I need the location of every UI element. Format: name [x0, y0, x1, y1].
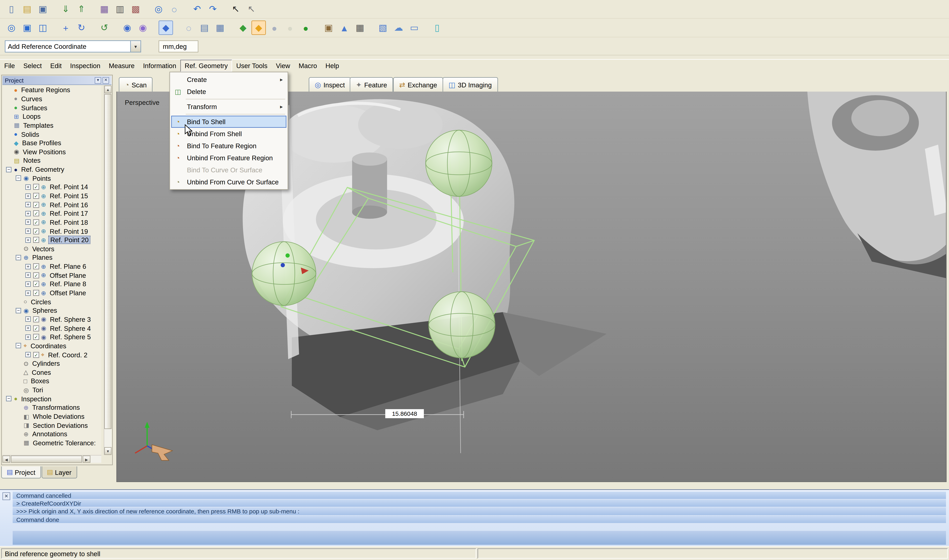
measure-tree-icon[interactable]: ▲ — [337, 20, 351, 35]
tree-item-boxes[interactable]: □Boxes — [2, 377, 101, 385]
render-globe-icon[interactable]: ◉ — [136, 20, 150, 35]
expand-plus-icon[interactable]: + — [25, 325, 31, 331]
visibility-checkbox[interactable]: ✓ — [33, 316, 39, 322]
expand-plus-icon[interactable]: + — [25, 237, 31, 243]
tree-item-notes[interactable]: ▤Notes — [2, 156, 101, 165]
tab-3d-imaging[interactable]: ◫3D Imaging — [442, 77, 498, 92]
menu-select[interactable]: Select — [19, 60, 46, 72]
menu-inspection[interactable]: Inspection — [66, 60, 105, 72]
menu-view[interactable]: View — [272, 60, 294, 72]
tree-item-view-positions[interactable]: ◉View Positions — [2, 147, 101, 156]
new-file-icon[interactable]: ▯ — [4, 2, 19, 16]
panel-menu-icon[interactable]: ▾ — [95, 77, 101, 83]
expand-plus-icon[interactable]: + — [25, 228, 31, 234]
tree-item-offset-plane[interactable]: +✓⊕Offset Plane — [2, 288, 101, 297]
tree-item-feature-regions[interactable]: ●Feature Regions — [2, 86, 101, 94]
tab-exchange[interactable]: ⇄Exchange — [393, 77, 443, 92]
project-panel-titlebar[interactable]: Project ▾✕ — [2, 76, 111, 85]
tree-item-transformations[interactable]: ⊕Transformations — [2, 403, 101, 412]
expand-plus-icon[interactable]: + — [25, 202, 31, 207]
active-shell-icon[interactable]: ◆ — [251, 20, 266, 35]
tree-item-ref-point-15[interactable]: +✓⊕Ref. Point 15 — [2, 191, 101, 200]
light-control-icon[interactable]: ▯ — [430, 20, 444, 35]
shell-stack-icon[interactable]: ▤ — [197, 20, 212, 35]
tree-item-cones[interactable]: △Cones — [2, 368, 101, 377]
point-set-icon[interactable]: ● — [299, 20, 313, 35]
import-file-icon[interactable]: ⇓ — [59, 2, 73, 16]
visibility-checkbox[interactable]: ✓ — [33, 237, 39, 243]
zoom-window-icon[interactable]: ▣ — [20, 20, 34, 35]
rotate-view-icon[interactable]: ↻ — [74, 20, 89, 35]
tree-item-cylinders[interactable]: ⊙Cylinders — [2, 359, 101, 368]
open-file-icon[interactable]: ▤ — [20, 2, 34, 16]
tree-item-ref-plane-8[interactable]: +✓⊕Ref. Plane 8 — [2, 280, 101, 288]
menu-item-create[interactable]: Create▸ — [171, 74, 287, 86]
expand-plus-icon[interactable]: + — [25, 334, 31, 340]
tree-item-ref-point-14[interactable]: +✓⊕Ref. Point 14 — [2, 183, 101, 191]
expand-plus-icon[interactable]: + — [25, 352, 31, 357]
tree-item-whole-deviations[interactable]: ◧Whole Deviations — [2, 412, 101, 421]
data-table-icon[interactable]: ▦ — [213, 20, 227, 35]
menu-information[interactable]: Information — [139, 60, 180, 72]
view-globe-icon[interactable]: ◉ — [120, 20, 134, 35]
menu-item-transform[interactable]: Transform▸ — [171, 101, 287, 113]
refresh-view-icon[interactable]: ↺ — [97, 20, 111, 35]
tree-item-surfaces[interactable]: ●Surfaces — [2, 103, 101, 112]
visibility-checkbox[interactable]: ✓ — [33, 211, 39, 217]
tree-item-vectors[interactable]: ⊙Vectors — [2, 245, 101, 253]
tree-item-spheres[interactable]: −◉Spheres — [2, 306, 101, 315]
scroll-left-icon[interactable]: ◀ — [2, 455, 10, 463]
bounding-box-icon[interactable]: ▣ — [321, 20, 336, 35]
console-close-icon[interactable]: ✕ — [2, 492, 10, 500]
shell-plain-icon[interactable]: ● — [283, 20, 297, 35]
panel-close-icon[interactable]: ✕ — [103, 77, 109, 83]
tree-item-solids[interactable]: ●Solids — [2, 130, 101, 138]
capture-image-icon[interactable]: ▦ — [97, 2, 111, 16]
menu-user-tools[interactable]: User Tools — [232, 60, 271, 72]
ref-sphere-3[interactable] — [426, 130, 492, 197]
redo-icon[interactable]: ↷ — [206, 2, 220, 16]
tab-scan[interactable]: ◔Scan — [119, 77, 153, 92]
shade-mode-icon[interactable]: ◆ — [159, 20, 173, 35]
find-icon[interactable]: ◎ — [151, 2, 166, 16]
visibility-checkbox[interactable]: ✓ — [33, 281, 39, 287]
scroll-down-icon[interactable]: ▼ — [104, 447, 111, 455]
shell-translucent-icon[interactable]: ● — [267, 20, 282, 35]
tree-item-ref-sphere-5[interactable]: +✓◉Ref. Sphere 5 — [2, 332, 101, 342]
zoom-icon[interactable]: ◎ — [4, 20, 19, 35]
tree-item-planes[interactable]: −⊕Planes — [2, 253, 101, 262]
zoom-fit-icon[interactable]: ◫ — [35, 20, 50, 35]
tree-item-circles[interactable]: ○Circles — [2, 297, 101, 306]
expand-plus-icon[interactable]: + — [25, 290, 31, 296]
horizontal-scroll-thumb[interactable] — [11, 455, 82, 463]
visibility-checkbox[interactable]: ✓ — [33, 219, 39, 225]
section-view-icon[interactable]: ▧ — [376, 20, 390, 35]
tree-item-ref-sphere-3[interactable]: +✓◉Ref. Sphere 3 — [2, 315, 101, 324]
scroll-up-icon[interactable]: ▲ — [104, 86, 111, 94]
visibility-checkbox[interactable]: ✓ — [33, 263, 39, 269]
reference-combobox[interactable]: Add Reference Coordinate ▼ — [5, 40, 141, 52]
vertical-scroll-thumb[interactable] — [104, 94, 111, 429]
tree-item-coordinates[interactable]: −⌖Coordinates — [2, 342, 101, 350]
undo-icon[interactable]: ↶ — [190, 2, 204, 16]
expand-plus-icon[interactable]: + — [25, 185, 31, 190]
expand-minus-icon[interactable]: − — [6, 167, 11, 172]
tree-vertical-scrollbar[interactable]: ▲ ▼ — [104, 86, 111, 455]
tree-item-ref-point-17[interactable]: +✓⊕Ref. Point 17 — [2, 209, 101, 218]
pick-tool-icon[interactable]: ↖ — [228, 2, 243, 16]
tree-item-points[interactable]: −◉Points — [2, 174, 101, 183]
tree-item-curves[interactable]: ●Curves — [2, 94, 101, 103]
menu-measure[interactable]: Measure — [105, 60, 139, 72]
select-tool-icon[interactable]: ↖ — [244, 2, 259, 16]
save-file-icon[interactable]: ▣ — [35, 2, 50, 16]
find-next-icon[interactable]: ◌ — [167, 2, 182, 16]
expand-minus-icon[interactable]: − — [16, 343, 21, 349]
tree-item-ref-point-20[interactable]: +✓⊕Ref. Point 20 — [2, 235, 101, 245]
tree-item-geometric-tolerance[interactable]: ▦Geometric Tolerance: — [2, 438, 101, 447]
menu-ref-geometry[interactable]: Ref. Geometry — [180, 60, 232, 72]
expand-plus-icon[interactable]: + — [25, 272, 31, 278]
tree-item-ref-geometry[interactable]: −●Ref. Geometry — [2, 165, 101, 174]
tree-item-loops[interactable]: ⊞Loops — [2, 112, 101, 121]
visibility-checkbox[interactable]: ✓ — [33, 184, 39, 190]
expand-plus-icon[interactable]: + — [25, 220, 31, 225]
